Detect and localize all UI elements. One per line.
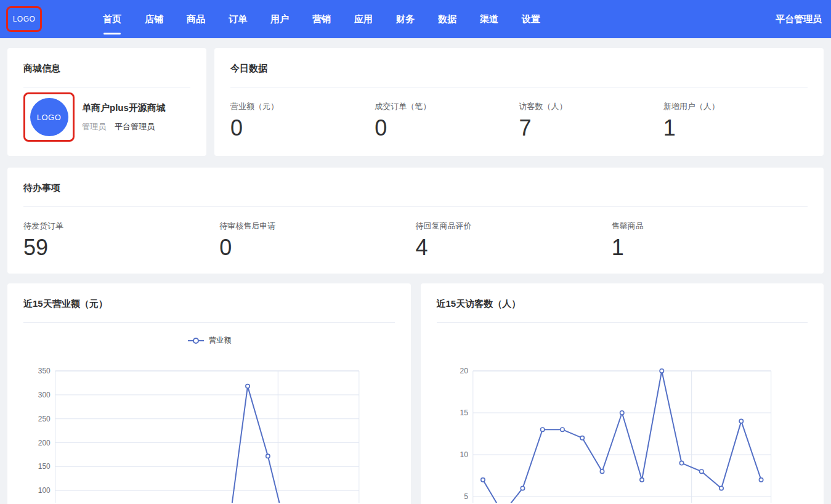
divider: [437, 322, 808, 323]
stat-label: 成交订单（笔）: [375, 101, 519, 112]
line-series-legend-icon: [187, 336, 205, 345]
stat-deal-orders: 成交订单（笔）0: [375, 101, 519, 139]
stat-value: 0: [375, 117, 519, 139]
stat-label: 新增用户（人）: [663, 101, 808, 112]
nav-item-goods[interactable]: 商品: [187, 0, 205, 38]
nav-item-marketing[interactable]: 营销: [312, 0, 331, 38]
header-logo[interactable]: LOGO: [13, 15, 36, 23]
today-data-title: 今日数据: [214, 48, 824, 75]
stat-label: 待回复商品评价: [416, 221, 612, 232]
svg-text:15: 15: [460, 408, 468, 417]
stat-value: 0: [219, 237, 415, 259]
stat-value: 7: [519, 117, 663, 139]
nav-item-data[interactable]: 数据: [438, 0, 456, 38]
stat-label: 待审核售后申请: [219, 221, 415, 232]
nav-item-channels[interactable]: 渠道: [480, 0, 498, 38]
row-charts: 近15天营业额（元） 营业额 100150200250300350 近15天访客…: [7, 283, 824, 504]
dashboard: 商城信息 LOGO 单商户plus开源商城 管理员 平台管理员 今日数据 营业额…: [0, 38, 831, 504]
today-stats: 营业额（元）0成交订单（笔）0访客数（人）7新增用户（人）1: [214, 87, 824, 139]
current-user[interactable]: 平台管理员: [776, 14, 822, 25]
role-label: 管理员: [82, 121, 106, 132]
nav-item-finance[interactable]: 财务: [396, 0, 415, 38]
nav-item-home[interactable]: 首页: [103, 0, 121, 38]
stat-pending-review-reply: 待回复商品评价4: [416, 221, 612, 259]
nav-item-users[interactable]: 用户: [270, 0, 289, 38]
shop-info-card: 商城信息 LOGO 单商户plus开源商城 管理员 平台管理员: [7, 48, 206, 156]
shop-info-title: 商城信息: [7, 48, 206, 75]
nav-item-store[interactable]: 店铺: [145, 0, 163, 38]
todo-stats: 待发货订单59待审核售后申请0待回复商品评价4售罄商品1: [7, 207, 824, 259]
stat-value: 59: [23, 237, 219, 259]
stat-label: 售罄商品: [612, 221, 808, 232]
stat-label: 营业额（元）: [230, 101, 375, 112]
svg-text:100: 100: [38, 486, 51, 495]
row-top: 商城信息 LOGO 单商户plus开源商城 管理员 平台管理员 今日数据 营业额…: [7, 48, 824, 156]
stat-value: 1: [663, 117, 808, 139]
revenue-chart-title: 近15天营业额（元）: [7, 283, 411, 310]
nav-item-apps[interactable]: 应用: [354, 0, 373, 38]
stat-value: 0: [230, 117, 375, 139]
top-navbar: LOGO 首页店铺商品订单用户营销应用财务数据渠道设置 平台管理员: [0, 0, 831, 38]
visitors-chart-title: 近15天访客数（人）: [421, 283, 824, 310]
legend-label: 营业额: [209, 335, 231, 346]
svg-text:150: 150: [38, 462, 51, 471]
chart-legend[interactable]: 营业额: [7, 335, 411, 346]
nav-item-settings[interactable]: 设置: [522, 0, 540, 38]
annotation-box-shop-logo: LOGO: [23, 92, 75, 142]
stat-pending-aftersale: 待审核售后申请0: [219, 221, 415, 259]
stat-new-users: 新增用户（人）1: [663, 101, 808, 139]
today-data-card: 今日数据 营业额（元）0成交订单（笔）0访客数（人）7新增用户（人）1: [214, 48, 824, 156]
svg-text:350: 350: [38, 367, 51, 375]
svg-text:20: 20: [460, 367, 468, 375]
svg-text:5: 5: [464, 492, 468, 501]
stat-pending-shipment: 待发货订单59: [23, 221, 219, 259]
shop-name: 单商户plus开源商城: [82, 102, 166, 114]
revenue-chart-card: 近15天营业额（元） 营业额 100150200250300350: [7, 283, 411, 504]
stat-label: 访客数（人）: [519, 101, 663, 112]
stat-value: 1: [612, 237, 808, 259]
nav-menu: 首页店铺商品订单用户营销应用财务数据渠道设置: [103, 0, 540, 38]
visitors-chart-card: 近15天访客数（人） 5101520: [421, 283, 824, 504]
svg-text:10: 10: [460, 450, 468, 459]
role-value: 平台管理员: [115, 121, 155, 132]
svg-text:250: 250: [38, 415, 51, 423]
stat-label: 待发货订单: [23, 221, 219, 232]
shop-logo-avatar[interactable]: LOGO: [30, 98, 68, 136]
stat-visitors: 访客数（人）7: [519, 101, 663, 139]
annotation-box-header-logo: LOGO: [6, 6, 42, 32]
stat-revenue: 营业额（元）0: [230, 101, 375, 139]
stat-sold-out: 售罄商品1: [612, 221, 808, 259]
todo-card: 待办事项 待发货订单59待审核售后申请0待回复商品评价4售罄商品1: [7, 168, 824, 274]
divider: [23, 322, 395, 323]
nav-item-orders[interactable]: 订单: [229, 0, 247, 38]
svg-text:300: 300: [38, 391, 51, 399]
visitors-line-chart: 5101520: [421, 364, 824, 503]
svg-text:200: 200: [38, 439, 51, 447]
todo-title: 待办事项: [7, 168, 824, 194]
revenue-line-chart: 100150200250300350: [7, 364, 411, 503]
stat-value: 4: [416, 237, 612, 259]
